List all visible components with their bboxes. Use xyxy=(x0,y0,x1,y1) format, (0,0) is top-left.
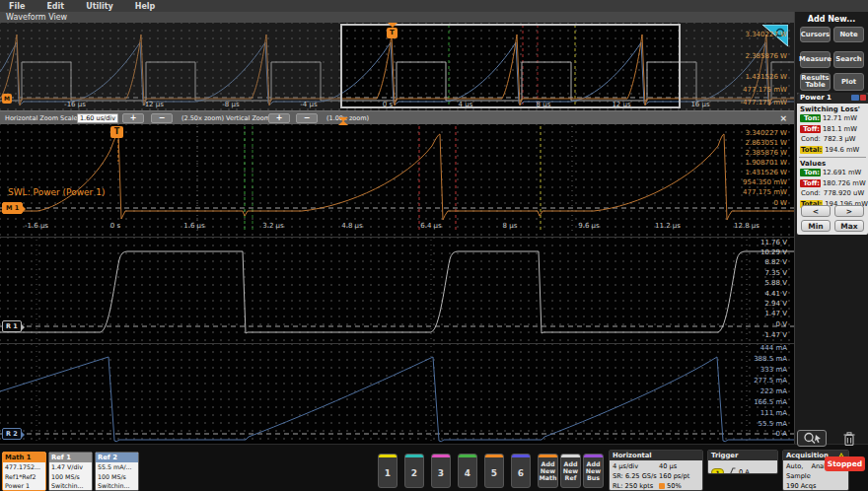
horizontal-scale: 4 µs/div xyxy=(613,461,659,471)
cond-label: Cond: xyxy=(800,135,822,143)
hzoom-minus-button[interactable]: − xyxy=(151,113,173,123)
acq-count: 190 Acqs xyxy=(786,481,845,491)
hzoom-factor-label: (2.50x zoom) xyxy=(181,114,224,122)
max-button[interactable]: Max xyxy=(834,220,864,232)
trigger-level: 0 A xyxy=(739,467,750,475)
power1-results-panel[interactable]: Power 1 Switching Loss' Ton:12.71 mW Tof… xyxy=(797,93,868,235)
toff-value: 180.726 mW xyxy=(823,179,866,187)
sample-rate: SR: 6.25 GS/s xyxy=(613,471,659,481)
rising-edge-icon xyxy=(727,467,736,474)
ton-value: 12.71 mW xyxy=(823,114,857,122)
resolution: 160 ps/pt xyxy=(659,471,699,481)
toff-value: 181.1 mW xyxy=(823,125,857,133)
ref1-badge[interactable]: Ref 1 1.47 V/div 100 MS/s Switchin... xyxy=(48,452,93,491)
zoom-close-icon[interactable]: × xyxy=(779,113,787,123)
ref1-row: 1.47 V/div xyxy=(51,462,92,472)
ref2-row: 55.5 mA/... xyxy=(98,462,138,472)
ref2-row: 100 MS/s xyxy=(98,472,138,482)
bottom-bar: Math 1 477.1752... Ref1*Ref2 Power 1 Ref… xyxy=(0,444,868,491)
vzoom-minus-button[interactable]: − xyxy=(296,113,318,123)
add-new-title: Add New... xyxy=(795,15,868,24)
math1-badge-title: Math 1 xyxy=(3,453,45,462)
total-label: Total: xyxy=(800,146,823,154)
current-source-badge[interactable]: R 2 xyxy=(2,428,22,440)
channel-4-button[interactable]: 4 xyxy=(458,454,477,488)
acquisition-panel-title: Acquisition xyxy=(786,451,829,460)
toff-label: Toff: xyxy=(800,179,821,187)
trigger-source-badge: 1 xyxy=(711,468,724,475)
ref1-row: Switchin... xyxy=(51,481,92,491)
ref1-badge-title: Ref 1 xyxy=(49,453,92,462)
trash-button[interactable] xyxy=(841,430,857,447)
overview-dim-left xyxy=(0,23,340,110)
add-new-ref-button[interactable]: Add New Ref xyxy=(560,454,581,488)
math1-row: 477.1752... xyxy=(5,462,45,472)
zoom-tool-button[interactable] xyxy=(797,430,827,447)
min-button[interactable]: Min xyxy=(801,220,831,232)
current-trace xyxy=(0,344,794,444)
menu-utility[interactable]: Utility xyxy=(86,2,113,11)
hzoom-plus-button[interactable]: + xyxy=(122,113,144,123)
waveform-view-tab[interactable]: Waveform View xyxy=(0,12,794,23)
ref2-badge-title: Ref 2 xyxy=(96,453,138,462)
add-plot-button[interactable]: Plot xyxy=(833,73,864,91)
add-new-bus-button[interactable]: Add New Bus xyxy=(583,454,604,488)
menu-file[interactable]: File xyxy=(9,2,25,11)
horizontal-zoom-scale-label: Horizontal Zoom Scale xyxy=(5,114,78,122)
power-trace xyxy=(0,124,794,237)
values-section-title: Values xyxy=(797,160,868,168)
meas-row: Cond:778.920 uW xyxy=(797,188,868,199)
add-cursors-button[interactable]: Cursors xyxy=(800,27,831,42)
position-marker-icon xyxy=(659,483,665,489)
add-note-button[interactable]: Note xyxy=(833,27,864,42)
trigger-panel[interactable]: Trigger 1 0 A xyxy=(707,450,778,474)
power-trigger-marker[interactable]: T xyxy=(110,126,123,138)
prev-result-button[interactable]: < xyxy=(801,205,831,217)
menu-bar: File Edit Utility Help xyxy=(0,0,868,12)
math1-badge[interactable]: Math 1 477.1752... Ref1*Ref2 Power 1 xyxy=(2,452,46,491)
divider xyxy=(799,157,866,158)
vertical-zoom-label: Vertical Zoom xyxy=(226,114,270,122)
add-new-math-button[interactable]: Add New Math xyxy=(538,454,558,488)
power1-panel-header: Power 1 xyxy=(797,93,868,104)
vzoom-factor-label: (1.00x zoom) xyxy=(326,114,369,122)
ref2-badge[interactable]: Ref 2 55.5 mA/... 100 MS/s Switchin... xyxy=(95,452,139,491)
add-search-button[interactable]: Search xyxy=(833,51,864,68)
current-waveform-panel[interactable]: R 2 444 mA 388.5 mA 333 mA 277.5 mA 222 … xyxy=(0,344,794,444)
next-result-button[interactable]: > xyxy=(834,205,864,217)
horizontal-panel[interactable]: Horizontal 4 µs/div40 µs SR: 6.25 GS/s16… xyxy=(609,450,703,491)
acq-sample: Sample xyxy=(786,471,845,481)
menu-edit[interactable]: Edit xyxy=(46,2,64,11)
overview-trigger-marker[interactable]: T xyxy=(387,28,398,38)
oscilloscope-app: File Edit Utility Help Waveform View T M… xyxy=(0,0,868,491)
magnifier-icon xyxy=(801,432,823,445)
channel-3-button[interactable]: 3 xyxy=(431,454,451,488)
horizontal-window: 40 µs xyxy=(659,461,699,471)
run-stop-status-button[interactable]: Stopped xyxy=(825,456,865,471)
trash-icon xyxy=(843,432,855,446)
ref2-row: Switchin... xyxy=(98,481,138,491)
channel-5-button[interactable]: 5 xyxy=(484,454,504,488)
horizontal-zoom-scale-input[interactable] xyxy=(77,113,118,123)
overview-waveform-panel[interactable]: T M 3.340227 W 2.385876 W 1.431526 W 477… xyxy=(0,23,794,110)
power-waveform-panel[interactable]: T SWL: Power (Power 1) M 1 3.340227 W 2.… xyxy=(0,124,794,237)
overview-zoom-corner-icon[interactable] xyxy=(762,25,788,46)
tool-icons xyxy=(794,429,868,449)
meas-row: Toff:180.726 mW xyxy=(797,178,868,189)
voltage-waveform-panel[interactable]: R 1 11.76 V 10.29 V 8.82 V 7.35 V 5.88 V… xyxy=(0,238,794,343)
zoom-toolbar: Horizontal Zoom Scale + − (2.50x zoom) V… xyxy=(0,110,794,124)
overview-math-badge[interactable]: M xyxy=(2,94,12,104)
menu-help[interactable]: Help xyxy=(135,2,156,11)
channel-2-button[interactable]: 2 xyxy=(404,454,424,488)
panel-badge-red-icon xyxy=(860,95,866,101)
math1-row: Ref1*Ref2 xyxy=(5,472,45,482)
vzoom-plus-button[interactable]: + xyxy=(268,113,290,123)
channel-6-button[interactable]: 6 xyxy=(511,454,531,488)
channel-1-button[interactable]: 1 xyxy=(378,454,398,488)
power-source-badge[interactable]: M 1 xyxy=(2,202,23,214)
add-results-table-button[interactable]: Results Table xyxy=(800,73,831,91)
acq-mode: Auto, xyxy=(786,461,803,471)
voltage-source-badge[interactable]: R 1 xyxy=(2,320,22,332)
add-measure-button[interactable]: Measure xyxy=(800,51,831,68)
ref1-row: 100 MS/s xyxy=(51,472,92,482)
